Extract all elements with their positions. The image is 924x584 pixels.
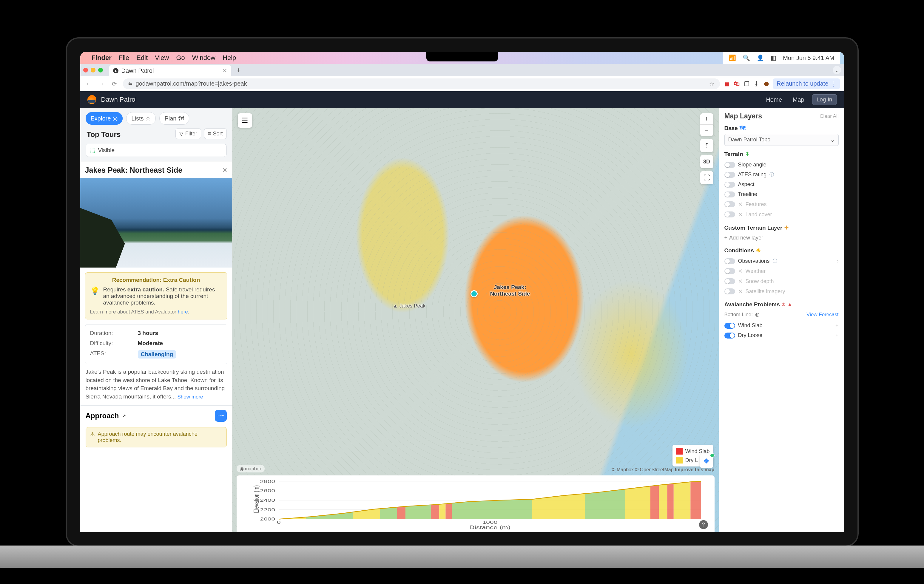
learn-link[interactable]: here: [178, 309, 188, 315]
lock-icon: ✕: [738, 278, 742, 285]
conditions-label: Conditions☀: [724, 247, 839, 254]
plus-icon[interactable]: +: [835, 322, 839, 329]
nav-home[interactable]: Home: [763, 96, 785, 103]
nav-map[interactable]: Map: [790, 96, 807, 103]
reload-button[interactable]: ⟳: [111, 80, 118, 87]
map-attribution-left: ◉ mapbox: [237, 465, 265, 472]
lock-icon: ✕: [738, 268, 742, 274]
wifi-icon[interactable]: 📶: [729, 54, 736, 61]
close-window-button[interactable]: [83, 68, 88, 73]
tab-lists[interactable]: Lists☆: [126, 112, 156, 125]
basemap-select[interactable]: Dawn Patrol Topo⌄: [724, 134, 839, 146]
laptop-base: [0, 546, 924, 568]
ates-label: ATES:: [90, 350, 138, 358]
learn-more-line: Learn more about ATES and Avaluator here…: [90, 309, 222, 315]
toggle-ates[interactable]: ATES ratingⓘ: [724, 170, 839, 180]
show-more-link[interactable]: Show more: [178, 394, 203, 400]
toggle-features: ✕Features: [724, 199, 839, 210]
address-bar[interactable]: ⇆ godawnpatrol.com/map?route=jakes-peak …: [123, 78, 720, 89]
login-button[interactable]: Log In: [812, 94, 837, 105]
toggle-dry-loose[interactable]: Dry Loose+: [724, 330, 839, 340]
terrain-label: Terrain↟: [724, 151, 839, 157]
brand-name: Dawn Patrol: [101, 96, 137, 104]
top-tours-heading: Top Tours: [86, 129, 121, 139]
zoom-out-button[interactable]: −: [700, 125, 713, 136]
sort-button[interactable]: ≡Sort: [204, 128, 227, 139]
tab-favicon: ▲: [113, 68, 119, 73]
minimize-window-button[interactable]: [91, 68, 96, 73]
toggle-slope[interactable]: Slope angle: [724, 160, 839, 170]
tour-description: Jake's Peak is a popular backcountry ski…: [80, 368, 232, 405]
new-tab-button[interactable]: +: [234, 66, 243, 74]
warning-icon: ▲: [787, 301, 793, 308]
plus-icon: +: [724, 235, 728, 241]
zoom-window-button[interactable]: [98, 68, 103, 73]
info-icon[interactable]: ⓘ: [769, 172, 774, 178]
approach-go-button[interactable]: 〰: [215, 410, 227, 422]
clock[interactable]: Mon Jun 5 9:41 AM: [783, 54, 834, 61]
svg-text:Elevation (m): Elevation (m): [252, 485, 260, 513]
downloads-icon[interactable]: ⭳: [754, 80, 760, 87]
svg-text:2200: 2200: [260, 507, 275, 512]
user-icon[interactable]: 👤: [757, 54, 764, 61]
extension-icon-1[interactable]: ◼: [725, 80, 730, 87]
toggle-observations[interactable]: Observationsⓘ›: [724, 256, 839, 266]
close-tab-icon[interactable]: ✕: [223, 68, 227, 74]
spotlight-icon[interactable]: 🔍: [742, 54, 750, 61]
chart-help-button[interactable]: ?: [699, 520, 708, 529]
improve-map-link[interactable]: Improve this map: [675, 467, 714, 472]
back-button[interactable]: ←: [84, 80, 93, 87]
clear-all-link[interactable]: Clear All: [820, 113, 838, 119]
bookmark-star-icon[interactable]: ☆: [709, 80, 714, 87]
legend-swatch-yellow: [676, 457, 683, 464]
sun-icon: ☀: [756, 247, 761, 254]
3d-button[interactable]: 3D: [700, 155, 713, 168]
menu-view[interactable]: View: [155, 54, 169, 62]
site-info-icon[interactable]: ⇆: [128, 81, 132, 86]
extensions-button[interactable]: ❐: [744, 80, 749, 87]
zoom-in-button[interactable]: +: [700, 113, 713, 125]
menu-dots-icon: ⋮: [830, 80, 836, 87]
menu-file[interactable]: File: [119, 54, 129, 62]
app-header: Dawn Patrol Home Map Log In: [80, 91, 844, 108]
chevron-down-icon: ⌄: [830, 137, 835, 143]
visible-toggle[interactable]: ⬚Visible: [86, 144, 227, 157]
control-center-icon[interactable]: ◧: [771, 54, 776, 61]
profile-avatar-icon[interactable]: ⬣: [764, 80, 769, 87]
legend-swatch-red: [676, 448, 683, 455]
menu-help[interactable]: Help: [223, 54, 236, 62]
difficulty-value: Moderate: [138, 340, 163, 346]
plus-icon[interactable]: +: [835, 332, 839, 338]
view-forecast-link[interactable]: View Forecast: [807, 312, 838, 318]
toggle-wind-slab[interactable]: Wind Slab+: [724, 321, 839, 330]
toggle-treeline[interactable]: Treeline: [724, 190, 839, 199]
fullscreen-button[interactable]: ⛶: [700, 171, 713, 184]
menu-edit[interactable]: Edit: [136, 54, 148, 62]
tour-hero-image: [80, 178, 232, 267]
layers-title: Map Layers: [724, 112, 762, 120]
info-icon[interactable]: ⓘ: [773, 258, 777, 264]
add-layer-button[interactable]: +Add new layer: [724, 234, 839, 242]
svg-text:2400: 2400: [260, 498, 275, 503]
approach-section[interactable]: Approach ↗ 〰: [80, 405, 232, 426]
menu-app[interactable]: Finder: [92, 54, 112, 62]
custom-label: Custom Terrain Layer✦: [724, 224, 839, 231]
close-detail-icon[interactable]: ✕: [222, 167, 227, 174]
tab-explore[interactable]: Explore◎: [86, 112, 123, 125]
compass-button[interactable]: ⇡: [700, 139, 713, 152]
menu-window[interactable]: Window: [192, 54, 215, 62]
svg-text:1000: 1000: [482, 520, 497, 525]
map-canvas[interactable]: ☰ +− ⇡ 3D ⛶ Jakes Peak:Northeast Side ▲ …: [233, 108, 719, 532]
filter-button[interactable]: ▽Filter: [175, 128, 201, 139]
layers-button[interactable]: ❖: [700, 454, 713, 468]
relaunch-button[interactable]: Relaunch to update ⋮: [773, 78, 840, 89]
map-menu-button[interactable]: ☰: [238, 113, 252, 128]
tour-meta: Duration:3 hours Difficulty:Moderate ATE…: [85, 324, 227, 364]
extension-icon-2[interactable]: 🛍: [734, 80, 740, 87]
forward-button[interactable]: →: [97, 80, 106, 87]
menu-go[interactable]: Go: [176, 54, 185, 62]
browser-tab[interactable]: ▲ Dawn Patrol ✕: [109, 65, 231, 76]
toggle-aspect[interactable]: Aspect: [724, 180, 839, 190]
tab-plan[interactable]: Plan🗺: [159, 112, 189, 125]
tabs-overflow-button[interactable]: ⌄: [833, 66, 841, 74]
